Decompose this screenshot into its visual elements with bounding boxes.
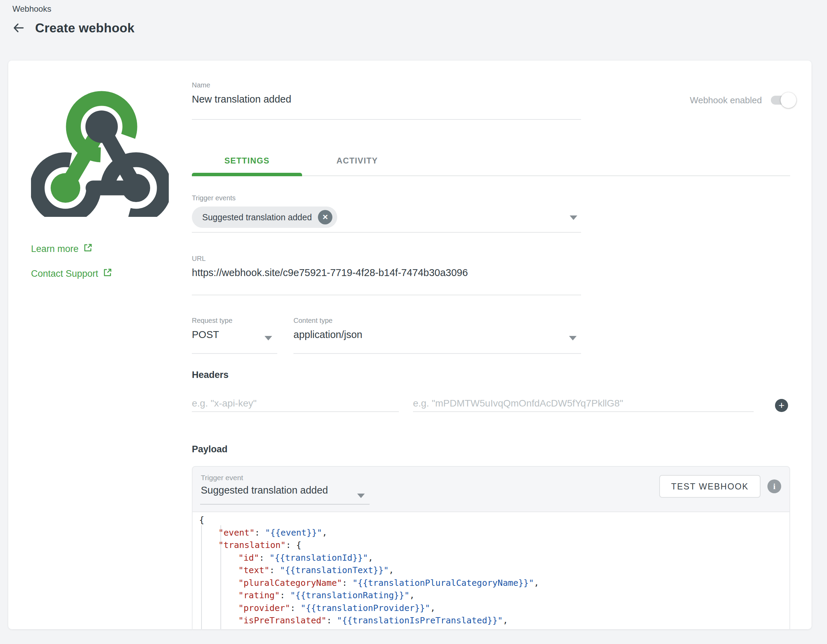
payload-section-title: Payload	[192, 444, 228, 455]
payload-trigger-event-label: Trigger event	[201, 474, 243, 482]
payload-code-editor[interactable]: {"event": "{{event}}","translation": {"i…	[192, 512, 790, 629]
payload-trigger-event-caret[interactable]	[357, 493, 365, 498]
webhook-card: Learn more Contact Support Name Webhook …	[8, 61, 811, 629]
learn-more-link[interactable]: Learn more	[31, 243, 93, 255]
chip-label: Suggested translation added	[202, 212, 312, 222]
headers-section-title: Headers	[192, 370, 229, 380]
content-type-select[interactable]: application/json	[293, 329, 362, 341]
back-arrow-icon	[12, 21, 25, 36]
chip-remove-button[interactable]: ✕	[318, 210, 332, 224]
content-type-underline	[293, 353, 581, 354]
request-type-underline	[192, 353, 277, 354]
payload-trigger-event-select[interactable]: Suggested translation added	[201, 485, 328, 496]
trigger-event-chip[interactable]: Suggested translation added ✕	[192, 207, 337, 228]
back-button[interactable]	[10, 20, 27, 36]
learn-more-label: Learn more	[31, 244, 78, 254]
code-line: "translation": {	[192, 539, 790, 552]
create-webhook-page: Webhooks Create webhook	[0, 0, 827, 644]
payload-panel-header: Trigger event Suggested translation adde…	[192, 467, 790, 512]
request-type-select[interactable]: POST	[192, 329, 219, 341]
code-line: "createdAt": "{{translationCreatedAt}}",	[192, 627, 790, 630]
indent-guide	[220, 525, 221, 629]
external-link-icon	[103, 268, 112, 280]
payload-trigger-event-underline	[200, 504, 370, 505]
payload-panel: Trigger event Suggested translation adde…	[192, 466, 790, 629]
info-icon: i	[773, 482, 776, 491]
content-type-label: Content type	[293, 317, 332, 325]
tab-settings[interactable]: SETTINGS	[192, 151, 302, 171]
tab-activity[interactable]: ACTIVITY	[302, 151, 412, 171]
code-line: "id": "{{translationId}}",	[192, 552, 790, 565]
external-link-icon	[83, 243, 93, 255]
code-line: "event": "{{event}}",	[192, 527, 790, 539]
trigger-events-dropdown-caret[interactable]	[570, 215, 577, 220]
url-underline	[192, 295, 581, 296]
header-value-field	[413, 395, 754, 412]
test-webhook-button[interactable]: TEST WEBHOOK	[659, 475, 760, 498]
active-tab-indicator	[192, 173, 302, 176]
code-line: "rating": "{{translationRating}}",	[192, 589, 790, 602]
breadcrumb[interactable]: Webhooks	[12, 4, 51, 14]
url-input[interactable]	[192, 267, 581, 278]
request-type-caret[interactable]	[265, 336, 272, 341]
content-type-caret[interactable]	[569, 336, 577, 341]
code-line: "isPreTranslated": "{{translationIsPreTr…	[192, 614, 790, 627]
webhook-enabled-label: Webhook enabled	[690, 95, 762, 106]
code-line: "pluralCategoryName": "{{translationPlur…	[192, 577, 790, 590]
code-line: {	[192, 514, 790, 527]
close-icon: ✕	[322, 213, 329, 221]
trigger-events-underline	[192, 232, 581, 233]
url-label: URL	[192, 255, 206, 263]
name-input[interactable]	[192, 93, 581, 105]
code-line: "provider": "{{translationProvider}}",	[192, 602, 790, 615]
toggle-knob	[780, 92, 796, 108]
title-row: Create webhook	[10, 20, 135, 36]
name-underline	[192, 119, 581, 120]
plus-icon: +	[779, 399, 785, 412]
add-header-button[interactable]: +	[775, 399, 788, 412]
contact-support-label: Contact Support	[31, 269, 98, 279]
page-title: Create webhook	[35, 21, 135, 36]
header-value-input[interactable]	[413, 395, 754, 411]
code-line: "text": "{{translationText}}",	[192, 564, 790, 577]
webhook-enabled-toggle[interactable]	[771, 92, 795, 108]
info-button[interactable]: i	[768, 479, 781, 493]
header-key-field	[192, 395, 399, 412]
indent-guide	[201, 525, 202, 629]
webhook-logo-icon	[31, 88, 169, 218]
contact-support-link[interactable]: Contact Support	[31, 268, 112, 280]
webhook-enabled-row: Webhook enabled	[690, 92, 795, 108]
header-key-input[interactable]	[192, 395, 399, 411]
request-type-label: Request type	[192, 317, 232, 325]
name-label: Name	[192, 81, 210, 89]
trigger-events-label: Trigger events	[192, 194, 236, 202]
